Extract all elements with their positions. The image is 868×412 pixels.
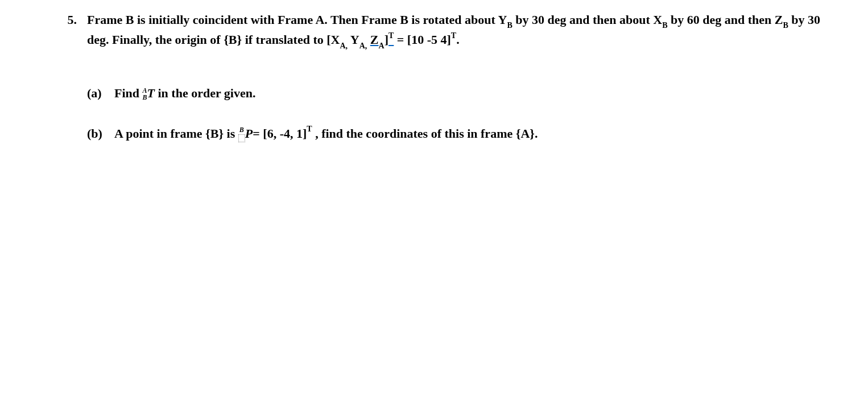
frac-top: B — [238, 126, 245, 133]
text-segment: Y — [348, 32, 359, 47]
part-b-label: (b) — [87, 124, 114, 143]
text-segment: A point in frame {B} is — [114, 126, 238, 141]
pre-superscript-subscript: AB — [143, 87, 147, 101]
dotted-placeholder — [238, 133, 245, 142]
italic-T: T — [147, 86, 155, 100]
problem-number: 5. — [60, 10, 87, 29]
subscript: B — [507, 21, 512, 30]
part-b-text: A point in frame {B} is BP= [6, -4, 1]T … — [114, 124, 834, 143]
superscript: T — [307, 125, 312, 133]
text-segment: , find the coordinates of this in frame … — [312, 126, 538, 141]
subscript: B — [783, 21, 788, 30]
frac-bot: B — [143, 94, 147, 101]
underlined-text: ZA]T — [370, 32, 394, 47]
text-segment: by 60 deg and then Z — [668, 13, 783, 27]
subscript: A, — [340, 42, 348, 50]
part-a: (a) Find ABT in the order given. — [87, 84, 834, 102]
subscript: A — [379, 42, 385, 50]
text-segment: by 30 deg and then about X — [512, 13, 662, 27]
part-b: (b) A point in frame {B} is BP= [6, -4, … — [87, 124, 834, 143]
italic-P: P — [245, 126, 253, 141]
dotted-box-icon — [238, 134, 245, 142]
text-segment: in the order given. — [155, 86, 255, 100]
text-segment: . — [456, 32, 460, 47]
text-segment: = [6, -4, 1] — [253, 126, 307, 141]
superscript: T — [451, 31, 456, 40]
text-segment: = [10 -5 4] — [394, 32, 451, 47]
part-a-label: (a) — [87, 84, 114, 102]
problem-statement: 5. Frame B is initially coincident with … — [60, 10, 834, 51]
text-segment: Find — [114, 86, 143, 100]
text-segment: Z — [370, 32, 379, 47]
text-segment: ] — [385, 32, 388, 47]
problem-text: Frame B is initially coincident with Fra… — [87, 10, 834, 51]
text-segment: Frame B is initially coincident with Fra… — [87, 13, 507, 27]
superscript: T — [388, 31, 394, 40]
frac-top: A — [143, 87, 147, 94]
document-container: 5. Frame B is initially coincident with … — [0, 0, 868, 143]
part-a-text: Find ABT in the order given. — [114, 84, 834, 102]
pre-superscript-subscript: B — [238, 126, 245, 142]
subscript: A, — [359, 42, 367, 50]
subscript: B — [662, 21, 667, 30]
subparts: (a) Find ABT in the order given. (b) A p… — [87, 84, 834, 143]
